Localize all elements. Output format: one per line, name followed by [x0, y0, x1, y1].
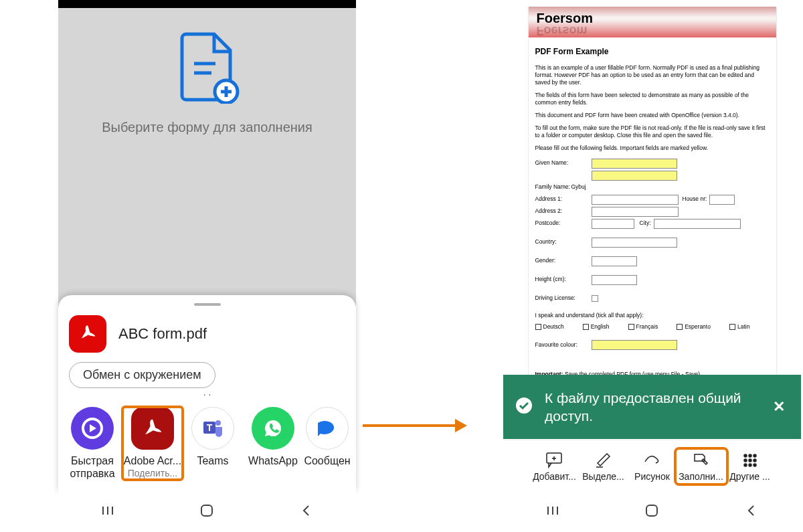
field-label-given-name: Given Name: [535, 159, 578, 167]
tool-fill-sign[interactable]: Заполни... [678, 451, 725, 482]
nav-recents-icon[interactable] [545, 503, 561, 521]
height-field[interactable] [592, 275, 637, 285]
app-label: Быстрая отправка [70, 455, 114, 480]
share-app-quick-share[interactable]: Быстрая отправка [62, 407, 122, 480]
svg-point-29 [753, 464, 756, 466]
family-name-value: Gybuj [571, 183, 586, 191]
pdf-paragraph: To fill out the form, make sure the PDF … [535, 124, 770, 139]
pdf-brand-reflection: Foersom [537, 23, 588, 38]
app-label: Adobe Acr... [124, 455, 181, 467]
nearby-share-button[interactable]: Обмен с окружением [69, 362, 215, 388]
field-label-languages: I speak and understand (tick all that ap… [535, 312, 644, 319]
pdf-paragraph: This is an example of a user fillable PD… [535, 64, 770, 86]
document-plus-icon [174, 31, 241, 106]
lang-english-checkbox[interactable]: English [583, 323, 610, 331]
app-label: WhatsApp [248, 455, 298, 467]
field-label-country: Country: [535, 238, 578, 246]
tool-add-comment[interactable]: Добавит... [531, 451, 578, 482]
app-sublabel: Поделить... [128, 468, 177, 478]
svg-point-28 [749, 464, 751, 466]
address2-field[interactable] [592, 207, 679, 217]
tool-highlight[interactable]: Выделе... [580, 451, 627, 482]
android-nav-bar [503, 492, 801, 532]
tool-more[interactable]: Другие ... [727, 451, 774, 482]
field-label-city: City: [640, 219, 651, 227]
field-label-address1: Address 1: [535, 195, 578, 203]
house-nr-field[interactable] [709, 195, 735, 205]
messages-icon [306, 407, 349, 450]
file-row: ABC form.pdf [58, 313, 356, 362]
given-name-field-2[interactable] [592, 171, 677, 181]
share-app-whatsapp[interactable]: WhatsApp [243, 407, 303, 480]
quick-share-icon [71, 407, 114, 450]
nav-back-icon[interactable] [298, 503, 315, 521]
lang-latin-checkbox[interactable]: Latin [729, 323, 749, 331]
pdf-paragraph: The fields of this form have been select… [535, 92, 770, 106]
postcode-field[interactable] [592, 219, 634, 229]
country-field[interactable] [592, 238, 677, 248]
nav-recents-icon[interactable] [100, 503, 116, 521]
field-label-favourite-colour: Favourite colour: [535, 341, 589, 349]
tool-label: Рисунок [634, 471, 670, 482]
svg-marker-15 [455, 419, 467, 432]
nav-home-icon[interactable] [199, 503, 215, 521]
share-app-teams[interactable]: T Teams [183, 407, 243, 480]
tool-draw[interactable]: Рисунок [629, 451, 676, 482]
whatsapp-icon [252, 407, 294, 450]
acrobat-icon [69, 315, 106, 353]
toast-text: К файлу предоставлен общий доступ. [545, 389, 757, 426]
android-nav-bar [58, 492, 356, 532]
svg-point-25 [749, 459, 751, 462]
tool-label: Выделе... [582, 471, 624, 482]
share-app-adobe-acrobat[interactable]: Adobe Acr... Поделить... [122, 407, 183, 480]
share-success-toast: К файлу предоставлен общий доступ. ✕ [503, 375, 801, 439]
address1-field[interactable] [592, 195, 679, 205]
app-label: Teams [197, 455, 228, 467]
lang-deutsch-checkbox[interactable]: Deutsch [535, 323, 564, 331]
share-app-messages[interactable]: Сообщен [303, 407, 351, 480]
more-indicator: . . [58, 387, 356, 397]
phone-left: Выберите форму для заполнения ABC form.p… [58, 0, 356, 532]
pdf-paragraph: Please fill out the following fields. Im… [535, 145, 770, 152]
svg-point-26 [753, 459, 756, 462]
svg-text:T: T [207, 422, 213, 433]
svg-point-22 [749, 454, 751, 457]
field-label-gender: Gender: [535, 257, 578, 264]
driving-license-checkbox[interactable] [592, 295, 598, 302]
field-label-house-nr: House nr: [683, 195, 707, 203]
file-name: ABC form.pdf [118, 325, 207, 343]
svg-point-8 [215, 420, 221, 426]
flow-arrow-icon [360, 412, 467, 439]
check-circle-icon [515, 397, 533, 417]
choose-form-text: Выберите форму для заполнения [102, 120, 313, 135]
gender-field[interactable] [592, 256, 637, 266]
pdf-title: PDF Form Example [535, 47, 770, 58]
city-field[interactable] [654, 219, 741, 229]
tool-label: Другие ... [729, 471, 770, 482]
pdf-document: Foersom Foersom PDF Form Example This is… [529, 7, 776, 387]
acrobat-app-icon [131, 407, 174, 450]
field-label-postcode: Postcode: [535, 219, 578, 227]
pdf-paragraph: This document and PDF form have been cre… [535, 112, 770, 119]
nav-back-icon[interactable] [743, 503, 760, 521]
share-sheet: ABC form.pdf Обмен с окружением . . Быст… [58, 295, 356, 492]
teams-icon: T [191, 407, 234, 450]
field-label-address2: Address 2: [535, 207, 578, 215]
lang-esperanto-checkbox[interactable]: Esperanto [677, 323, 711, 331]
field-label-driving-license: Driving License: [535, 294, 586, 302]
svg-rect-33 [646, 505, 657, 516]
phone-right: Foersom Foersom PDF Form Example This is… [503, 0, 801, 532]
tool-label: Заполни... [679, 471, 723, 482]
pdf-banner: Foersom Foersom [529, 7, 776, 37]
nav-home-icon[interactable] [644, 503, 660, 521]
favourite-colour-field[interactable] [592, 340, 677, 350]
svg-point-24 [744, 459, 747, 462]
status-bar [58, 0, 356, 8]
svg-point-21 [744, 454, 747, 457]
given-name-field[interactable] [592, 159, 677, 169]
svg-point-27 [744, 464, 747, 466]
close-icon[interactable]: ✕ [769, 394, 789, 420]
lang-francais-checkbox[interactable]: Français [628, 323, 658, 331]
sheet-handle[interactable] [194, 303, 221, 306]
app-label: Сообщен [304, 455, 350, 467]
